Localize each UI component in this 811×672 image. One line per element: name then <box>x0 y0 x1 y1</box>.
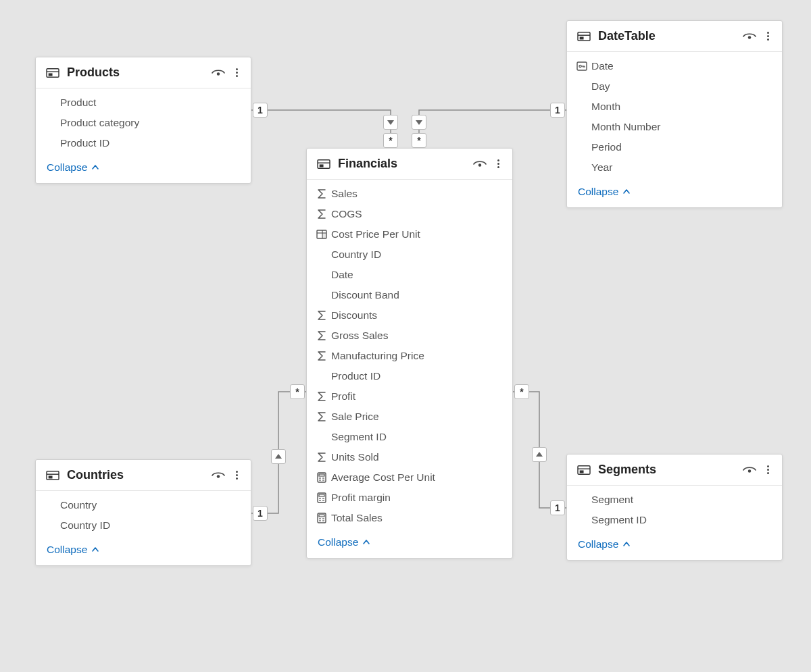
table-card-segments[interactable]: Segments Segment Segment ID Collapse <box>566 454 783 561</box>
collapse-button[interactable]: Collapse <box>567 179 782 207</box>
table-card-financials[interactable]: Financials Sales COGS Cost Price Per Uni… <box>306 148 513 559</box>
filter-direction-arrow <box>412 115 426 130</box>
svg-marker-1 <box>416 120 422 125</box>
visibility-icon[interactable] <box>212 68 225 78</box>
field-list[interactable]: Sales COGS Cost Price Per Unit Country I… <box>307 180 512 529</box>
more-options-button[interactable] <box>232 469 241 481</box>
field-row[interactable]: Country <box>36 495 251 515</box>
field-label: Year <box>591 161 772 174</box>
field-label: COGS <box>331 208 503 220</box>
sigma-icon <box>316 452 327 463</box>
field-label: Gross Sales <box>331 330 503 342</box>
field-label: Country ID <box>60 519 241 532</box>
field-row[interactable]: Segment <box>567 490 782 510</box>
collapse-label: Collapse <box>578 538 618 550</box>
visibility-icon[interactable] <box>212 471 225 480</box>
field-row[interactable]: Discounts <box>307 305 512 326</box>
field-row[interactable]: Country ID <box>307 244 512 265</box>
filter-direction-arrow <box>271 449 286 464</box>
field-row[interactable]: Product <box>36 93 251 113</box>
table-header[interactable]: Countries <box>36 460 251 491</box>
more-options-button[interactable] <box>763 30 772 42</box>
field-row[interactable]: Segment ID <box>567 510 782 530</box>
table-icon <box>576 464 591 476</box>
field-row[interactable]: Profit margin <box>307 488 512 508</box>
field-row[interactable]: Cost Price Per Unit <box>307 224 512 244</box>
field-list[interactable]: Segment Segment ID <box>567 486 782 532</box>
field-type-icon <box>316 371 331 382</box>
field-row[interactable]: Segment ID <box>307 427 512 447</box>
field-row[interactable]: Total Sales <box>307 508 512 528</box>
field-row[interactable]: Profit <box>307 386 512 407</box>
more-options-button[interactable] <box>493 158 503 170</box>
more-options-button[interactable] <box>763 464 772 475</box>
table-card-datetable[interactable]: DateTable Date Day Month Month Number Pe… <box>566 20 783 208</box>
field-list[interactable]: Product Product category Product ID <box>36 88 251 155</box>
field-row[interactable]: Date <box>307 265 512 285</box>
visibility-icon[interactable] <box>743 32 756 41</box>
field-row[interactable]: Average Cost Per Unit <box>307 467 512 488</box>
field-label: Segment ID <box>331 431 503 443</box>
table-header[interactable]: Segments <box>567 455 782 486</box>
more-options-button[interactable] <box>232 67 241 78</box>
table-card-products[interactable]: Products Product Product category Produc… <box>35 57 251 184</box>
field-label: Product ID <box>60 137 241 149</box>
field-row[interactable]: Country ID <box>36 515 251 536</box>
field-row[interactable]: Gross Sales <box>307 326 512 346</box>
svg-marker-0 <box>387 120 394 125</box>
field-type-icon <box>45 97 60 108</box>
field-list[interactable]: Date Day Month Month Number Period Year <box>567 52 782 179</box>
field-row[interactable]: Manufacturing Price <box>307 346 512 366</box>
field-label: Discounts <box>331 309 503 321</box>
visibility-icon[interactable] <box>473 159 487 169</box>
field-row[interactable]: Date <box>567 56 782 76</box>
field-row[interactable]: Product ID <box>307 366 512 386</box>
field-label: Manufacturing Price <box>331 350 503 362</box>
cardinality-many: * <box>412 133 426 148</box>
collapse-button[interactable]: Collapse <box>307 529 512 558</box>
chevron-up-icon <box>362 538 370 546</box>
cardinality-one: 1 <box>550 500 565 515</box>
collapse-button[interactable]: Collapse <box>36 155 251 183</box>
cardinality-many: * <box>383 133 398 148</box>
field-row[interactable]: Day <box>567 76 782 97</box>
field-row[interactable]: Product category <box>36 113 251 133</box>
table-header[interactable]: Products <box>36 57 251 88</box>
field-label: Sales <box>331 188 503 200</box>
table-title: DateTable <box>598 29 743 43</box>
sigma-icon <box>316 188 327 199</box>
sigma-icon <box>316 330 327 341</box>
field-label: Month <box>591 101 772 113</box>
field-row[interactable]: Month <box>567 97 782 117</box>
table-card-countries[interactable]: Countries Country Country ID Collapse <box>35 459 251 566</box>
field-type-icon <box>316 229 331 240</box>
visibility-icon[interactable] <box>743 465 756 475</box>
field-type-icon <box>316 432 331 442</box>
field-type-icon <box>576 162 591 173</box>
table-title: Products <box>67 66 212 80</box>
field-row[interactable]: Year <box>567 157 782 178</box>
table-header[interactable]: DateTable <box>567 21 782 52</box>
table-icon <box>45 469 60 482</box>
field-type-icon <box>316 351 331 361</box>
field-row[interactable]: Month Number <box>567 117 782 137</box>
field-row[interactable]: Sales <box>307 184 512 204</box>
collapse-button[interactable]: Collapse <box>567 532 782 560</box>
sigma-icon <box>316 411 327 422</box>
collapse-button[interactable]: Collapse <box>36 537 251 565</box>
field-type-icon <box>316 452 331 463</box>
field-row[interactable]: Period <box>567 137 782 157</box>
field-type-icon <box>45 500 60 511</box>
field-row[interactable]: Units Sold <box>307 447 512 467</box>
field-type-icon <box>316 290 331 301</box>
table-icon <box>576 30 591 43</box>
collapse-label: Collapse <box>47 544 87 556</box>
field-row[interactable]: Sale Price <box>307 407 512 427</box>
field-row[interactable]: COGS <box>307 204 512 224</box>
field-row[interactable]: Product ID <box>36 133 251 153</box>
field-row[interactable]: Discount Band <box>307 285 512 305</box>
table-header[interactable]: Financials <box>307 149 512 180</box>
field-list[interactable]: Country Country ID <box>36 491 251 537</box>
field-type-icon <box>45 520 60 531</box>
model-canvas[interactable]: 1 * 1 * 1 * 1 * Products Product Product… <box>0 0 811 672</box>
